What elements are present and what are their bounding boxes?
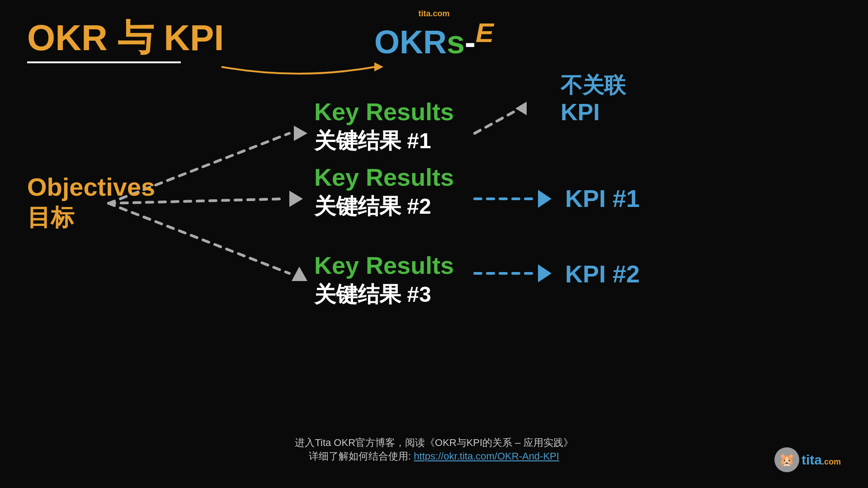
tita-com: .com	[430, 9, 449, 18]
bottom-text-prefix: 详细了解如何结合使用:	[309, 450, 414, 462]
svg-marker-11	[538, 264, 552, 282]
kpi2-label: KPI #2	[565, 260, 640, 288]
kr2-en: Key Results	[314, 163, 454, 192]
svg-line-6	[475, 108, 520, 133]
tita-bottom-logo: tita.com	[802, 452, 841, 468]
okrs-logo: OKRs-E	[374, 19, 494, 58]
tita-text: tita	[418, 9, 430, 18]
objectives-zh: 目标	[27, 202, 155, 234]
svg-marker-7	[515, 102, 527, 115]
objectives-label: Objectives 目标	[27, 172, 155, 234]
kpi-unrelated-label: 不关联	[561, 72, 626, 99]
title-text: OKR 与 KPI	[27, 18, 224, 58]
svg-marker-12	[374, 62, 383, 71]
dash-text: -	[465, 24, 476, 60]
objectives-en: Objectives	[27, 172, 155, 202]
tita-bottom-text: tita	[802, 452, 822, 467]
kpi-1: KPI #1	[565, 184, 640, 212]
tita-small-logo: tita.com	[374, 9, 494, 19]
key-results-1: Key Results 关键结果 #1	[314, 97, 454, 155]
kr3-en: Key Results	[314, 251, 454, 280]
kpi-unrelated: 不关联 KPI	[561, 72, 626, 126]
bottom-text-line2: 详细了解如何结合使用: https://okr.tita.com/OKR-And…	[295, 450, 573, 463]
kr1-en: Key Results	[314, 97, 454, 127]
e-text: E	[476, 18, 494, 48]
svg-marker-3	[294, 126, 307, 141]
kr3-zh: 关键结果 #3	[314, 280, 454, 309]
kr2-zh: 关键结果 #2	[314, 192, 454, 221]
kr1-zh: 关键结果 #1	[314, 127, 454, 155]
bottom-text-line1: 进入Tita OKR官方博客，阅读《OKR与KPI的关系 – 应用实践》	[295, 436, 573, 450]
kpi-2: KPI #2	[565, 260, 640, 288]
svg-marker-9	[538, 190, 552, 208]
bottom-logo: 🐹 tita.com	[774, 447, 841, 472]
bottom-link[interactable]: https://okr.tita.com/OKR-And-KPI	[414, 450, 559, 462]
svg-marker-4	[289, 191, 303, 207]
key-results-3: Key Results 关键结果 #3	[314, 251, 454, 309]
s-text: s	[447, 24, 465, 60]
ok-text: OKR	[374, 24, 447, 60]
key-results-2: Key Results 关键结果 #2	[314, 163, 454, 221]
page-title: OKR 与 KPI	[27, 18, 224, 63]
kpi1-label: KPI #1	[565, 184, 640, 212]
svg-marker-5	[292, 267, 307, 281]
bottom-text: 进入Tita OKR官方博客，阅读《OKR与KPI的关系 – 应用实践》 详细了…	[295, 436, 573, 463]
tita-bottom-com: .com	[822, 457, 841, 466]
logo-area: tita.com OKRs-E	[374, 9, 494, 58]
kpi-unrelated-kpi: KPI	[561, 99, 626, 126]
hamster-icon: 🐹	[774, 447, 799, 472]
title-underline	[27, 61, 181, 63]
